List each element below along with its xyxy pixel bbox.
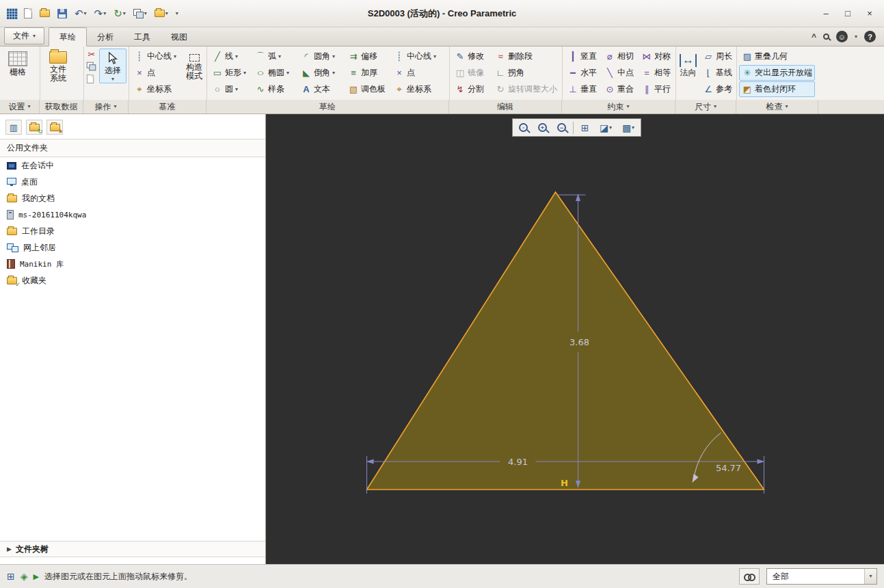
shade-closed-loops-button[interactable]: ◩ 着色封闭环 [739, 81, 815, 97]
zoom-region-button[interactable]: ▫ [514, 120, 533, 135]
group-label-datum[interactable]: 基准 [129, 100, 206, 113]
open-recent-button[interactable]: ▾ [153, 7, 170, 21]
parallel-constraint-button[interactable]: ∥ 平行 [639, 81, 673, 97]
paste-button[interactable] [87, 75, 94, 83]
symmetric-constraint-button[interactable]: ⋈ 对称 [639, 49, 673, 64]
text-button[interactable]: A 文本 [298, 81, 343, 97]
tangent-constraint-button[interactable]: ⌀ 相切 [602, 49, 637, 64]
width-dimension-value[interactable]: 4.91 [508, 457, 528, 467]
group-label-constrain[interactable]: 约束 ▾ [562, 100, 675, 113]
spline-button[interactable]: ∿ 样条 [252, 81, 296, 97]
chamfer-button[interactable]: ◣ 倒角 ▾ [298, 65, 343, 81]
folder-item-documents[interactable]: 我的文档 [0, 190, 265, 206]
undo-button[interactable]: ↶▾ [73, 7, 88, 21]
divide-button[interactable]: ↯ 分割 [452, 81, 490, 97]
customize-qat-button[interactable]: ▾ [174, 7, 180, 21]
datum-point-button[interactable]: × 点 [131, 65, 179, 81]
perimeter-dimension-button[interactable]: ▱ 周长 [700, 49, 735, 64]
tab-sketch[interactable]: 草绘 [49, 27, 87, 46]
normal-dimension-button[interactable]: ↔ 法向 [678, 49, 698, 79]
graphics-canvas[interactable]: 3.68 4.91 54.77 H ▫ + [266, 114, 884, 564]
circle-button[interactable]: ○ 圆 ▾ [209, 81, 250, 97]
refit-button[interactable]: ⊞ [576, 120, 594, 135]
grid-button[interactable]: 栅格 [2, 49, 34, 78]
grid-display-button[interactable]: ▩ ▾ [617, 120, 639, 135]
triangle-sketch[interactable] [367, 192, 764, 490]
folder-item-computer[interactable]: ms-20161104kqwa [0, 206, 265, 223]
minimize-button[interactable]: – [821, 8, 831, 18]
tab-file[interactable]: 文件 ▾ [4, 27, 44, 44]
offset-button[interactable]: ⇉ 偏移 [345, 49, 389, 64]
folder-item-network[interactable]: 网上邻居 [0, 239, 265, 256]
filter-select[interactable]: 全部 ▾ [766, 568, 877, 585]
new-file-button[interactable] [23, 7, 34, 21]
folder-favorite-button[interactable]: ★ [46, 120, 63, 135]
tab-analysis[interactable]: 分析 [87, 28, 124, 46]
find-button[interactable] [739, 568, 760, 585]
zoom-in-button[interactable]: + [533, 120, 552, 135]
folder-history-button[interactable]: ↻ [26, 120, 42, 135]
folder-item-in-session[interactable]: 在会话中 [0, 157, 265, 174]
thicken-button[interactable]: ≡ 加厚 [345, 65, 389, 81]
horizontal-constraint-button[interactable]: ━ 水平 [565, 65, 600, 81]
coincident-constraint-button[interactable]: ⊙ 重合 [602, 81, 637, 97]
folder-item-manikin-library[interactable]: Manikin 库 [0, 256, 265, 272]
folder-tree-expander[interactable]: ▶ 文件夹树 [0, 541, 265, 557]
horizontal-constraint-tag[interactable]: H [561, 478, 568, 488]
save-button[interactable] [56, 7, 68, 21]
help-icon[interactable]: ? [864, 31, 876, 42]
midpoint-constraint-button[interactable]: ╲ 中点 [602, 65, 637, 81]
datum-centerline-button[interactable]: ┊ 中心线 ▾ [131, 49, 179, 64]
line-button[interactable]: ╱ 线 ▾ [209, 49, 250, 64]
datum-csys-button[interactable]: ⌖ 坐标系 [131, 81, 179, 97]
sketch-centerline-button[interactable]: ┊ 中心线 ▾ [391, 49, 444, 64]
vertical-constraint-button[interactable]: ┃ 竖直 [565, 49, 600, 64]
group-label-getdata[interactable]: 获取数据 [40, 100, 83, 113]
open-file-button[interactable] [38, 7, 51, 21]
caret-down-icon[interactable]: ▾ [855, 34, 857, 40]
collapse-ribbon-button[interactable]: ^ [812, 32, 816, 42]
search-icon[interactable] [823, 34, 829, 40]
sketch-csys-button[interactable]: ⌖ 坐标系 [391, 81, 444, 97]
delete-segment-button[interactable]: ≈ 删除段 [492, 49, 560, 64]
folder-item-desktop[interactable]: 桌面 [0, 174, 265, 190]
baseline-dimension-button[interactable]: ⌊ 基线 [700, 65, 735, 81]
select-button[interactable]: 选择 ▾ [99, 49, 126, 83]
windows-button[interactable]: ▾ [132, 7, 148, 21]
folder-item-favorites[interactable]: ✓ 收藏夹 [0, 272, 265, 289]
group-label-edit[interactable]: 编辑 [449, 100, 562, 113]
browser-columns-button[interactable]: ▥ [5, 120, 22, 135]
cut-button[interactable]: ✂ [86, 50, 97, 59]
group-label-dimension[interactable]: 尺寸 ▾ [675, 100, 736, 113]
overlapping-geometry-button[interactable]: ▨ 重叠几何 [739, 49, 815, 64]
group-label-inspect[interactable]: 检查 ▾ [736, 100, 818, 113]
group-label-sketch[interactable]: 草绘 [206, 100, 449, 113]
folder-item-working-directory[interactable]: 工作目录 [0, 223, 265, 239]
tab-view[interactable]: 视图 [161, 28, 198, 46]
angle-dimension-value[interactable]: 54.77 [716, 463, 741, 473]
sketch-point-button[interactable]: × 点 [391, 65, 444, 81]
rectangle-button[interactable]: ▭ 矩形 ▾ [209, 65, 250, 81]
arc-button[interactable]: ⌒ 弧 ▾ [252, 49, 296, 64]
file-system-button[interactable]: 文件系统 [42, 49, 74, 84]
regenerate-button[interactable]: ↻▾ [112, 7, 127, 21]
group-label-settings[interactable]: 设置 ▾ [0, 100, 40, 113]
status-select-icon[interactable]: ◈ [21, 571, 28, 582]
feedback-icon[interactable]: ☺ [836, 31, 848, 42]
reference-dimension-button[interactable]: ∠ 参考 [700, 81, 735, 97]
fillet-button[interactable]: ◜ 圆角 ▾ [298, 49, 343, 64]
filter-dropdown-button[interactable]: ▾ [864, 569, 876, 584]
equal-constraint-button[interactable]: = 相等 [639, 65, 673, 81]
redo-button[interactable]: ↷▾ [93, 7, 108, 21]
palette-button[interactable]: ▧ 调色板 [345, 81, 389, 97]
group-label-operations[interactable]: 操作 ▾ [83, 100, 129, 113]
modify-button[interactable]: ✎ 修改 [452, 49, 490, 64]
display-style-button[interactable]: ◪ ▾ [595, 120, 617, 135]
close-button[interactable]: × [865, 8, 874, 18]
status-window-icon[interactable]: ⊞ [7, 571, 15, 582]
zoom-out-button[interactable]: − [552, 120, 571, 135]
tab-tools[interactable]: 工具 [124, 28, 161, 46]
corner-button[interactable]: ∟ 拐角 [492, 65, 560, 81]
height-dimension-value[interactable]: 3.68 [570, 337, 589, 347]
highlight-open-ends-button[interactable]: ✳ 突出显示开放端 [739, 65, 815, 81]
